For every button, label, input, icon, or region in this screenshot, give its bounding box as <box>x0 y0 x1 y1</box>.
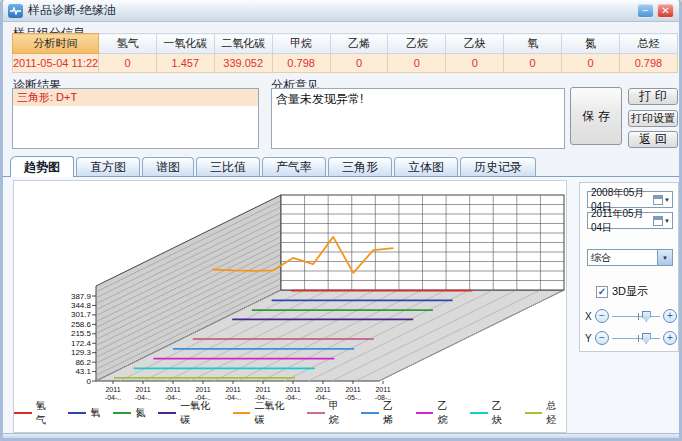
gas-column-header: 总烃 <box>620 34 678 54</box>
tab-谱图[interactable]: 谱图 <box>142 157 194 176</box>
print-setup-button[interactable]: 打印设置 <box>628 110 678 127</box>
chevron-down-icon[interactable]: ▼ <box>664 218 670 224</box>
diagnosis-listbox[interactable]: 三角形: D+T <box>12 88 259 149</box>
legend-label: 氮 <box>135 406 145 420</box>
tab-历史记录[interactable]: 历史记录 <box>460 157 536 176</box>
legend-color-dash <box>68 412 86 414</box>
legend-item: 氢气 <box>14 399 55 427</box>
chevron-down-icon: ▼ <box>662 255 668 261</box>
legend-label: 乙烯 <box>383 399 403 427</box>
legend-item: 乙炔 <box>470 399 511 427</box>
tab-立体图[interactable]: 立体图 <box>394 157 458 176</box>
diagnosis-item[interactable]: 三角形: D+T <box>13 89 258 106</box>
x-slider-label: X <box>585 311 592 322</box>
y-slider-thumb[interactable] <box>642 333 651 344</box>
x-slider-track[interactable] <box>612 310 660 322</box>
legend-color-dash <box>14 412 32 414</box>
x-tick-label: 2011 <box>255 386 270 393</box>
legend-color-dash <box>113 412 131 414</box>
gas-value-cell: 0 <box>446 54 504 73</box>
gas-column-header: 乙烯 <box>330 34 388 54</box>
legend-item: 一氧化碳 <box>158 399 219 427</box>
gas-value-cell: 0.798 <box>272 54 330 73</box>
y-axis-slider-row: Y − + <box>585 330 677 346</box>
gas-column-header: 乙炔 <box>446 34 504 54</box>
gas-column-header: 分析时间 <box>13 34 99 54</box>
legend-label: 甲烷 <box>329 399 349 427</box>
x-tick-label: 2011 <box>105 386 120 393</box>
x-tick-label: 2011 <box>285 386 300 393</box>
window-bottom-edge <box>3 433 679 438</box>
display-3d-option: ✓ 3D显示 <box>596 284 648 299</box>
gas-column-header: 氢气 <box>99 34 157 54</box>
slider-tick <box>638 313 639 320</box>
checkbox-3d[interactable]: ✓ <box>596 286 608 298</box>
gas-value-cell: 0 <box>504 54 562 73</box>
y-zoom-out-button[interactable]: − <box>595 331 609 345</box>
save-button[interactable]: 保 存 <box>570 87 622 145</box>
titlebar: 样品诊断-绝缘油 − ✕ <box>3 0 679 22</box>
app-window: 样品诊断-绝缘油 − ✕ 样品组分信息 分析时间氢气一氧化碳二氧化碳甲烷乙烯乙烷… <box>0 0 682 441</box>
legend-color-dash <box>416 412 434 414</box>
x-tick-label: 2011 <box>135 386 150 393</box>
tab-趋势图[interactable]: 趋势图 <box>10 156 74 177</box>
y-slider-track[interactable] <box>612 332 660 344</box>
date-to-value: 2011年05月04日 <box>591 207 653 235</box>
print-button[interactable]: 打 印 <box>628 88 678 105</box>
x-axis-slider-row: X − + <box>585 308 677 324</box>
legend-color-dash <box>361 412 379 414</box>
combo-dropdown-button[interactable]: ▼ <box>657 250 672 265</box>
x-slider-thumb[interactable] <box>642 311 651 322</box>
close-icon[interactable]: ✕ <box>657 4 674 18</box>
tab-三角形[interactable]: 三角形 <box>328 157 392 176</box>
date-to-picker[interactable]: 2011年05月04日 ▼ <box>587 212 673 229</box>
x-zoom-out-button[interactable]: − <box>595 309 609 323</box>
date-from-picker[interactable]: 2008年05月04日 ▼ <box>587 191 673 208</box>
gas-column-header: 甲烷 <box>272 34 330 54</box>
minimize-icon[interactable]: − <box>637 4 654 18</box>
y-tick-label: 301.7 <box>71 310 92 319</box>
tab-content: 387.9344.8301.7258.6215.5172.4129.386.24… <box>3 177 679 433</box>
opinion-textbox[interactable]: 含量未发现异常! <box>271 88 565 149</box>
x-zoom-in-button[interactable]: + <box>663 309 677 323</box>
legend-color-dash <box>233 412 251 414</box>
gas-value-cell: 0.798 <box>620 54 678 73</box>
gas-column-header: 氧 <box>504 34 562 54</box>
gas-table: 分析时间氢气一氧化碳二氧化碳甲烷乙烯乙烷乙炔氧氮总烃 2011-05-04 11… <box>12 33 678 73</box>
legend-item: 氮 <box>113 406 145 420</box>
tab-直方图[interactable]: 直方图 <box>76 157 140 176</box>
y-slider-label: Y <box>585 333 592 344</box>
legend-color-dash <box>307 412 325 414</box>
y-zoom-in-button[interactable]: + <box>663 331 677 345</box>
chevron-down-icon[interactable]: ▼ <box>664 197 670 203</box>
tab-三比值[interactable]: 三比值 <box>196 157 260 176</box>
legend-label: 二氧化碳 <box>254 399 293 427</box>
x-tick-label: 2011 <box>375 386 390 393</box>
gas-value-cell: 339.052 <box>214 54 272 73</box>
legend-label: 乙烷 <box>437 399 457 427</box>
gas-value-cell: 1.457 <box>156 54 214 73</box>
legend-color-dash <box>470 412 488 414</box>
x-tick-label: 2011 <box>225 386 240 393</box>
y-tick-label: 129.3 <box>71 348 92 357</box>
back-button[interactable]: 返 回 <box>628 131 678 148</box>
window-title: 样品诊断-绝缘油 <box>28 2 116 19</box>
gas-column-header: 乙烷 <box>388 34 446 54</box>
tab-产气率[interactable]: 产气率 <box>262 157 326 176</box>
slider-tick <box>638 335 639 342</box>
gas-table-data-row[interactable]: 2011-05-04 11:22:0501.457339.0520.798000… <box>13 54 678 73</box>
gas-column-header: 一氧化碳 <box>156 34 214 54</box>
gas-column-header: 二氧化碳 <box>214 34 272 54</box>
legend-label: 氢气 <box>36 399 56 427</box>
x-tick-label: 2011 <box>165 386 180 393</box>
chart-controls-panel: 2008年05月04日 ▼ 2011年05月04日 ▼ 综合 ▼ ✓ 3D显示 … <box>579 182 679 352</box>
legend-label: 乙炔 <box>492 399 512 427</box>
y-tick-label: 258.6 <box>71 320 92 329</box>
y-tick-label: 387.9 <box>71 292 92 301</box>
mode-select[interactable]: 综合 ▼ <box>587 249 673 266</box>
trend-3d-chart: 387.9344.8301.7258.6215.5172.4129.386.24… <box>14 181 566 407</box>
x-tick-label: 2011 <box>195 386 210 393</box>
legend-label: 氧 <box>90 406 100 420</box>
mode-selected-value: 综合 <box>591 251 611 265</box>
gas-value-cell: 2011-05-04 11:22:05 <box>13 54 99 73</box>
